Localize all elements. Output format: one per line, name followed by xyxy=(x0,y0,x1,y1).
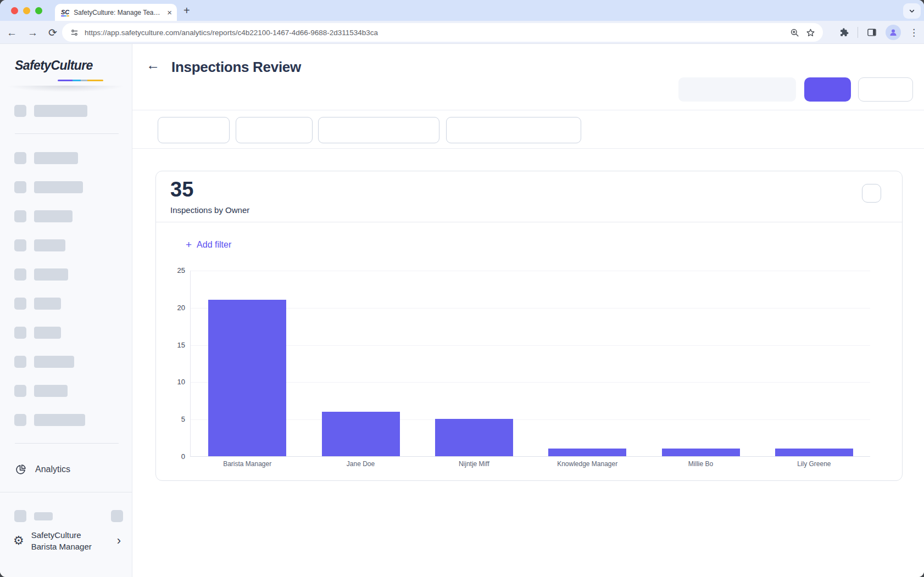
skeleton-bar xyxy=(34,152,78,164)
bar-chart-plot: 0510152025Barista ManagerJane DoeNijntje… xyxy=(190,271,870,457)
site-settings-icon[interactable] xyxy=(70,28,79,37)
gridline xyxy=(191,308,870,309)
analytics-label: Analytics xyxy=(35,464,70,474)
skeleton-icon xyxy=(14,105,26,117)
skeleton-bar xyxy=(34,181,83,193)
y-axis-tick-label: 15 xyxy=(161,341,185,349)
x-axis-category-label: Jane Doe xyxy=(304,460,417,468)
header-divider xyxy=(132,110,924,110)
skeleton-bar xyxy=(34,512,53,520)
back-icon[interactable]: ← xyxy=(7,27,17,38)
url-text[interactable]: https://app.safetyculture.com/analytics/… xyxy=(85,29,784,37)
page-back-button[interactable]: ← xyxy=(146,58,160,72)
skeleton-bar xyxy=(34,356,74,368)
close-window-button[interactable] xyxy=(11,7,18,14)
address-bar[interactable]: https://app.safetyculture.com/analytics/… xyxy=(62,23,823,42)
plus-icon: + xyxy=(186,239,192,250)
logo-underline xyxy=(58,80,103,81)
skeleton-icon xyxy=(14,510,26,522)
gear-icon: ⚙ xyxy=(13,535,24,547)
page-title: Inspections Review xyxy=(171,59,301,76)
tab-strip: SC SafetyCulture: Manage Teams and... × … xyxy=(0,0,924,21)
profile-avatar[interactable] xyxy=(886,25,901,40)
toolbar-separator xyxy=(858,27,858,38)
skeleton-bar xyxy=(34,239,65,251)
primary-action-button[interactable] xyxy=(804,77,851,102)
reload-icon[interactable]: ⟳ xyxy=(48,27,57,38)
bar-lily-greene[interactable] xyxy=(775,449,853,456)
toolbar-right-icons: ⋮ xyxy=(838,21,919,44)
app-sidebar: SafetyCulture Analytics ⚙ SafetyCulture … xyxy=(0,44,132,577)
org-switcher[interactable]: ⚙ SafetyCulture Barista Manager › xyxy=(0,529,132,552)
forward-icon[interactable]: → xyxy=(27,27,38,38)
skeleton-bar xyxy=(34,414,85,426)
extensions-icon[interactable] xyxy=(838,27,849,38)
sidebar-divider xyxy=(15,443,119,444)
browser-window: SC SafetyCulture: Manage Teams and... × … xyxy=(0,0,924,577)
x-axis-category-label: Knowledge Manager xyxy=(531,460,644,468)
y-axis-tick-label: 25 xyxy=(161,266,185,275)
gridline xyxy=(191,345,870,346)
bar-knowledge-manager[interactable] xyxy=(548,449,626,456)
card-menu-placeholder[interactable] xyxy=(862,184,881,203)
inspections-by-owner-card: 35 Inspections by Owner + Add filter 051… xyxy=(155,171,903,481)
skeleton-icon xyxy=(14,181,26,193)
skeleton-icon xyxy=(14,210,26,222)
logo-text-culture: Culture xyxy=(51,58,92,72)
skeleton-icon xyxy=(14,414,26,426)
y-axis-tick-label: 10 xyxy=(161,378,185,386)
new-tab-button[interactable]: + xyxy=(183,4,190,17)
bar-millie-bo[interactable] xyxy=(662,449,740,456)
skeleton-icon xyxy=(14,298,26,310)
filter-chip-placeholder[interactable] xyxy=(318,117,439,143)
skeleton-icon xyxy=(14,356,26,368)
bar-jane-doe[interactable] xyxy=(322,412,400,456)
y-axis-tick-label: 5 xyxy=(161,415,185,423)
sidebar-scroll-shadow xyxy=(0,86,132,94)
skeleton-bar xyxy=(34,105,87,117)
y-axis-tick-label: 0 xyxy=(161,452,185,461)
filter-chip-placeholder[interactable] xyxy=(446,117,581,143)
x-axis-category-label: Barista Manager xyxy=(191,460,304,468)
sidebar-item-analytics[interactable]: Analytics xyxy=(0,457,132,482)
zoom-icon[interactable] xyxy=(789,27,800,38)
logo-text-safety: Safety xyxy=(15,58,51,72)
browser-tab[interactable]: SC SafetyCulture: Manage Teams and... × xyxy=(55,4,177,21)
org-name: SafetyCulture Barista Manager xyxy=(31,529,110,552)
pie-chart-icon xyxy=(15,463,27,475)
gridline xyxy=(191,382,870,383)
x-axis-category-label: Nijntje Miff xyxy=(418,460,531,468)
browser-toolbar: ← → ⟳ https://app.safetyculture.com/anal… xyxy=(0,21,924,44)
skeleton-icon xyxy=(14,385,26,397)
maximize-window-button[interactable] xyxy=(35,7,42,14)
tab-search-button[interactable] xyxy=(903,3,921,19)
secondary-action-button[interactable] xyxy=(858,77,913,102)
tab-close-icon[interactable]: × xyxy=(167,8,172,16)
header-skeleton-placeholder xyxy=(678,77,796,102)
skeleton-bar xyxy=(34,268,68,281)
y-axis-tick-label: 20 xyxy=(161,304,185,312)
browser-menu-icon[interactable]: ⋮ xyxy=(909,27,919,38)
skeleton-icon xyxy=(14,327,26,339)
filter-chip-placeholder[interactable] xyxy=(236,117,313,143)
sidebar-divider xyxy=(15,133,119,134)
chevron-right-icon: › xyxy=(117,535,121,547)
safetyculture-favicon: SC xyxy=(61,9,69,16)
bar-barista-manager[interactable] xyxy=(208,300,286,456)
skeleton-bar xyxy=(34,327,61,339)
skeleton-icon xyxy=(14,268,26,281)
bar-nijntje-miff[interactable] xyxy=(435,419,513,456)
card-subtitle: Inspections by Owner xyxy=(170,205,249,215)
minimize-window-button[interactable] xyxy=(23,7,30,14)
x-axis-category-label: Millie Bo xyxy=(644,460,757,468)
bookmark-star-icon[interactable] xyxy=(805,27,816,38)
person-icon xyxy=(888,27,898,37)
gridline xyxy=(191,271,870,271)
org-name-line2: Barista Manager xyxy=(31,542,92,551)
sidebar-bottom-divider xyxy=(0,492,132,492)
skeleton-icon xyxy=(14,239,26,251)
add-filter-button[interactable]: + Add filter xyxy=(186,239,231,250)
side-panel-icon[interactable] xyxy=(866,27,877,38)
filter-chip-placeholder[interactable] xyxy=(158,117,230,143)
org-name-line1: SafetyCulture xyxy=(31,530,81,540)
